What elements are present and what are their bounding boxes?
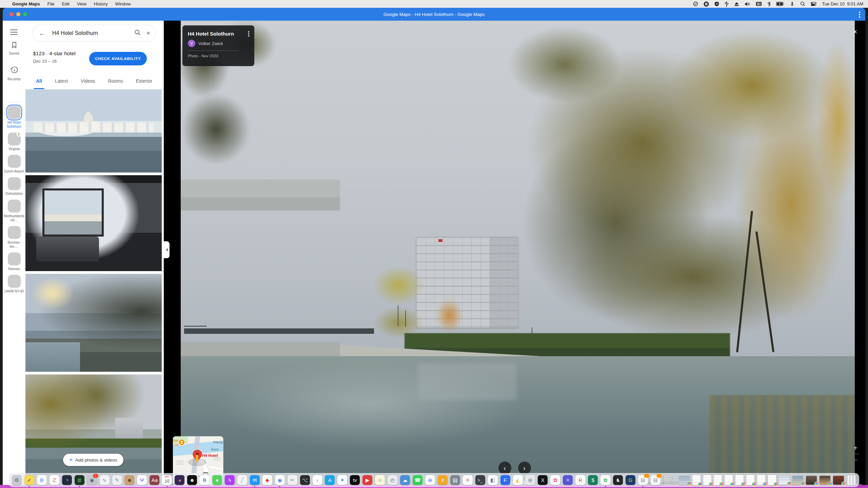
dock-document-icon[interactable] (768, 475, 776, 485)
dock-app-icon-34[interactable]: # (438, 475, 448, 485)
menu-item-file[interactable]: File (47, 1, 55, 6)
tab-rooms[interactable]: Rooms (102, 74, 130, 89)
hotel-dates[interactable]: Dec 15 – 16 (33, 59, 76, 64)
dock-app-icon-33[interactable]: ⊕ (425, 475, 435, 485)
dock-app-icon-26[interactable]: ✦ (337, 475, 347, 485)
dock-app-icon-20[interactable]: ◆ (262, 475, 272, 485)
previous-photo-button[interactable]: ‹ (498, 462, 511, 474)
recent-place-zurich-airport[interactable]: Zurich Airport (3, 155, 25, 174)
check-availability-button[interactable]: CHECK AVAILABILITY (89, 52, 147, 65)
dock-window-thumbnail[interactable] (679, 476, 690, 485)
dock-window-thumbnail[interactable] (833, 476, 844, 485)
dock-app-icon-30[interactable]: ◴ (388, 475, 397, 485)
dock-app-icon-32[interactable]: ☎ (413, 475, 422, 485)
dock-app-icon-16[interactable]: ● (212, 475, 222, 485)
dock-app-icon-44[interactable]: ✧ (563, 475, 573, 485)
dock-missing-app-icon[interactable]: ? (666, 475, 676, 485)
dock-document-icon[interactable] (757, 475, 765, 485)
dock-app-icon-40[interactable]: ◭ (513, 475, 523, 485)
dock-app-icon-4[interactable]: ◔ (62, 475, 72, 485)
dock-app-icon-6[interactable]: ◉1 (87, 475, 97, 485)
dock-app-icon-42[interactable]: X (538, 475, 548, 485)
clear-search-icon[interactable]: × (146, 29, 150, 37)
wind-accessibility-icon[interactable] (790, 1, 795, 6)
dock-app-icon-11[interactable]: Aa (150, 475, 159, 485)
shield-icon[interactable] (714, 1, 719, 6)
photo-card-author[interactable]: V Volker Zwick (188, 40, 254, 47)
recent-place-oxfordshire[interactable]: Oxfordshire (3, 177, 25, 196)
close-photo-viewer-button[interactable]: × (853, 27, 857, 36)
zoom-out-button[interactable]: − (850, 455, 861, 464)
dock-window-thumbnail[interactable] (779, 476, 790, 485)
back-arrow-icon[interactable]: ← (39, 29, 45, 37)
dock-window-thumbnail[interactable] (792, 476, 803, 485)
dock-document-icon[interactable] (725, 475, 733, 485)
dock-app-icon-25[interactable]: A (325, 475, 335, 485)
spotlight-icon[interactable] (800, 1, 805, 6)
dock-app-icon-8[interactable]: ✎ (112, 475, 122, 485)
bluetooth-icon[interactable] (767, 1, 771, 6)
photo-thumbnail-hotel-room-window[interactable] (25, 175, 162, 271)
dock-app-icon-38[interactable]: ◧ (488, 475, 498, 485)
dock-app-icon-0[interactable]: ⚙ (12, 475, 22, 485)
dock-app-icon-39[interactable]: F (500, 475, 510, 485)
photo-thumbnail-riverside-dusk[interactable] (25, 274, 162, 372)
dock-app-icon-29[interactable]: ≡ (375, 475, 385, 485)
menu-item-edit[interactable]: Edit (62, 1, 70, 6)
recent-place-14408-ny-90[interactable]: 14408 NY-90 (3, 275, 25, 293)
dock-app-icon-13[interactable]: ◕ (175, 475, 184, 485)
dock-app-icon-24[interactable]: ♪ (313, 475, 322, 485)
dock-app-icon-27[interactable]: tv (350, 475, 360, 485)
dock-window-thumbnail[interactable] (806, 476, 817, 485)
recent-place-h4-hotel-solothurn[interactable]: H4 Hotel Solothurn (3, 106, 25, 129)
recent-place-northumberland-[interactable]: Northumberland… (3, 200, 25, 222)
dock-app-icon-23[interactable]: ⌥ (300, 475, 310, 485)
dock-app-icon-46[interactable]: $ (588, 475, 598, 485)
dock-document-icon[interactable] (703, 475, 711, 485)
menu-app-name[interactable]: Google Maps (12, 1, 40, 6)
dock-document-icon[interactable] (746, 475, 754, 485)
dock-app-icon-47[interactable]: ✿ (600, 475, 610, 485)
usb-device-icon[interactable] (725, 1, 729, 7)
dock-window-thumbnail[interactable] (820, 476, 830, 485)
dock-app-icon-17[interactable]: ϟ (225, 475, 235, 485)
dock-app-icon-48[interactable]: ♞ (613, 475, 623, 485)
dock-app-icon-19[interactable]: ✉ (250, 475, 260, 485)
dock-app-icon-51[interactable]: ⊟~ (651, 475, 660, 485)
tab-exterior[interactable]: Exterior (130, 74, 159, 89)
dock-document-icon[interactable] (714, 475, 722, 485)
dock-app-icon-12[interactable]: DEC10 (162, 475, 172, 485)
search-icon[interactable] (134, 29, 141, 37)
volume-icon[interactable] (745, 2, 750, 6)
tab-food[interactable]: Food (159, 74, 164, 89)
dock-app-icon-41[interactable]: ⊞ (525, 475, 535, 485)
input-source-icon[interactable] (756, 2, 762, 6)
dock-app-icon-10[interactable]: Ψ (137, 475, 147, 485)
dock-app-icon-36[interactable]: ✈ (463, 475, 473, 485)
dock-app-icon-37[interactable]: >_ (475, 475, 485, 485)
tab-videos[interactable]: Videos (74, 74, 102, 89)
dock-app-icon-43[interactable]: ✿ (550, 475, 560, 485)
recent-place-virginia[interactable]: 2Virginia (3, 133, 25, 151)
recent-place-rennes[interactable]: Rennes (3, 252, 25, 271)
search-query[interactable]: H4 Hotel Solothurn (52, 30, 134, 36)
dock-app-icon-2[interactable]: B (37, 475, 47, 485)
search-box[interactable]: ← H4 Hotel Solothurn × (32, 25, 156, 42)
dock-document-icon[interactable] (692, 475, 701, 485)
photo-thumbnail-snowy-old-town[interactable] (25, 89, 162, 172)
menu-item-history[interactable]: History (94, 1, 107, 6)
menu-item-view[interactable]: View (77, 1, 86, 6)
sidebar-item-saved[interactable]: Saved (3, 42, 25, 55)
next-photo-button[interactable]: › (518, 462, 531, 474)
dock-app-icon-22[interactable]: ✂ (288, 475, 297, 485)
dock-document-icon[interactable] (735, 475, 744, 485)
dock-app-icon-9[interactable]: ☻ (124, 475, 134, 485)
dock-app-icon-21[interactable]: ◉ (275, 475, 285, 485)
author-name[interactable]: Volker Zwick (198, 41, 223, 46)
dock-app-icon-45[interactable]: R (575, 475, 585, 485)
tab-latest[interactable]: Latest (48, 74, 74, 89)
dock-app-icon-1[interactable]: ✓ (24, 475, 34, 485)
dock-app-icon-7[interactable]: ∿ (100, 475, 110, 485)
zoom-in-button[interactable]: + (850, 444, 861, 452)
menu-item-window[interactable]: Window (115, 1, 131, 6)
